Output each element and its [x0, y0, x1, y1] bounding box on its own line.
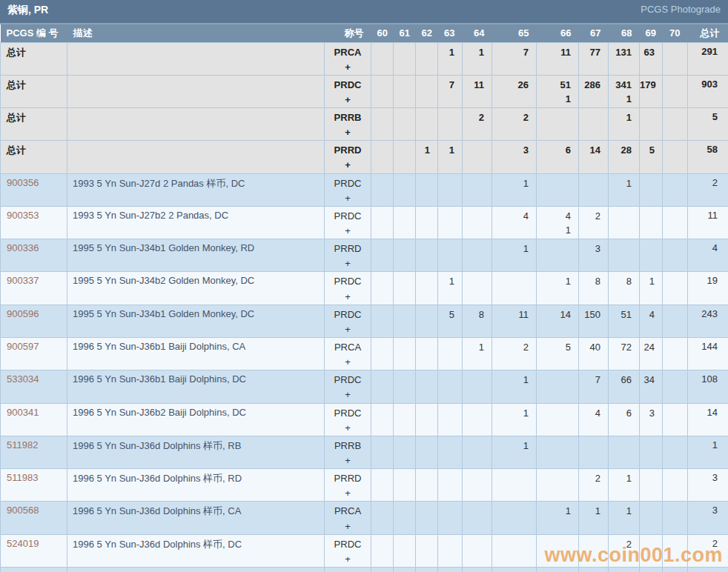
grade-count-cell — [416, 338, 438, 370]
grade-count-cell — [537, 239, 579, 272]
grade-count-cell: 286 — [579, 75, 609, 107]
grade-count-cell — [663, 403, 688, 436]
grade-count-cell: 1 — [492, 370, 537, 403]
pcgs-number-link[interactable]: 900341 — [7, 407, 39, 418]
row-total-cell: 903 — [688, 75, 728, 107]
grade-count-cell — [663, 305, 688, 337]
grade-count-cell — [394, 469, 416, 502]
pcgs-number-cell: 511983 — [1, 469, 67, 502]
pcgs-number-link[interactable]: 511983 — [7, 472, 38, 483]
grade-count-cell — [371, 370, 394, 403]
grade-count-cell: 1 — [609, 469, 640, 502]
pcgs-number-cell: 900336 — [1, 239, 67, 272]
designation-cell: PRRB + — [325, 568, 371, 572]
table-row: 9005971996 5 Yn Sun-J36b1 Baiji Dolphins… — [1, 338, 728, 370]
grade-count-cell: 131 — [609, 42, 640, 75]
grade-count-cell — [640, 239, 663, 272]
grade-count-cell — [537, 534, 579, 567]
grade-count-cell — [394, 502, 416, 534]
pcgs-number-link[interactable]: 900356 — [7, 177, 39, 188]
grade-count-cell — [663, 568, 688, 572]
total-row-label: 总计 — [1, 141, 67, 173]
designation-cell: PRCA + — [325, 42, 371, 75]
grade-count-cell: 34 — [640, 370, 663, 403]
grade-count-cell — [416, 305, 438, 337]
table-row: 9005961995 5 Yn Sun-J34b1 Golden Monkey,… — [1, 305, 728, 337]
pcgs-number-link[interactable]: 900353 — [7, 210, 39, 221]
row-total-cell: 1 — [688, 568, 728, 572]
pcgs-number-cell: 533034 — [1, 370, 67, 403]
grade-count-cell: 1 — [609, 108, 640, 141]
grade-count-cell: 7 — [438, 75, 463, 107]
grade-count-cell — [371, 75, 394, 107]
description-cell: 1996 5 Yn Sun-J36d Dolphins 样币, RD — [67, 469, 325, 502]
grade-count-cell — [640, 173, 663, 206]
grade-count-cell — [371, 173, 394, 206]
grade-count-cell: 24 — [640, 338, 663, 370]
grade-count-cell — [416, 75, 438, 107]
grade-count-cell: 1 — [609, 568, 640, 572]
grade-count-cell — [609, 206, 640, 239]
grade-count-cell: 8 — [609, 272, 640, 305]
pcgs-number-link[interactable]: 900568 — [7, 505, 39, 516]
pcgs-number-link[interactable]: 900597 — [7, 341, 39, 352]
grade-count-cell — [463, 568, 492, 572]
pcgs-number-cell: 900596 — [1, 305, 67, 337]
grade-count-cell: 6 — [537, 141, 579, 173]
designation-cell: PRDC + — [325, 305, 371, 337]
grade-count-cell: 51 — [609, 305, 640, 337]
grade-count-cell — [663, 108, 688, 141]
pcgs-number-link[interactable]: 900336 — [7, 242, 39, 253]
grade-count-cell — [663, 75, 688, 107]
grade-count-cell — [394, 239, 416, 272]
grade-count-cell — [394, 568, 416, 572]
grade-count-cell — [371, 108, 394, 141]
grade-count-cell — [537, 173, 579, 206]
pcgs-number-cell: 900356 — [1, 173, 67, 206]
description-cell: 1993 5 Yn Sun-J27b2 2 Pandas, DC — [67, 206, 325, 239]
grade-count-cell — [663, 272, 688, 305]
grade-count-cell: 1 — [492, 403, 537, 436]
designation-cell: PRCA + — [325, 338, 371, 370]
grade-count-cell: 4 1 — [537, 206, 579, 239]
grade-count-cell — [416, 239, 438, 272]
row-total-cell: 108 — [688, 370, 728, 403]
pcgs-number-link[interactable]: 533034 — [7, 373, 39, 385]
grade-count-cell — [394, 403, 416, 436]
grade-count-cell — [371, 436, 394, 468]
grade-count-cell: 72 — [609, 338, 640, 370]
pcgs-number-link[interactable]: 900337 — [7, 275, 39, 286]
pcgs-number-link[interactable]: 900596 — [7, 308, 39, 319]
description-cell — [67, 108, 325, 141]
description-cell: 1996 5 Yn Sun-J36d Dolphins 样币, RB — [67, 436, 325, 468]
pcgs-number-link[interactable]: 524019 — [7, 538, 39, 549]
grade-count-cell: 4 — [492, 206, 537, 239]
grade-count-cell — [463, 534, 492, 567]
photograde-link[interactable]: PCGS Photograde — [641, 4, 721, 15]
grade-count-cell — [416, 502, 438, 534]
table-row: 5330341996 5 Yn Sun-J36b1 Baiji Dolphins… — [1, 370, 728, 403]
grade-count-cell — [394, 173, 416, 206]
description-cell: 1996 5 Yn Sun-J36b1 Baiji Dolphins, CA — [67, 338, 325, 370]
grade-count-cell — [492, 568, 537, 572]
grade-count-cell — [463, 206, 492, 239]
grade-count-cell: 2 — [579, 469, 609, 502]
grade-count-cell — [416, 206, 438, 239]
grade-count-cell: 8 — [579, 272, 609, 305]
grade-count-cell: 5 — [640, 141, 663, 173]
row-total-cell: 1 — [688, 436, 728, 468]
grade-count-cell — [416, 534, 438, 567]
grade-header-64: 64 — [463, 24, 492, 42]
grade-count-cell: 66 — [609, 370, 640, 403]
grade-count-cell — [394, 141, 416, 173]
grade-count-cell: 2 — [579, 206, 609, 239]
table-row: 总计PRRB +2215 — [1, 108, 728, 141]
pcgs-number-link[interactable]: 511982 — [7, 439, 38, 450]
grade-header-66: 66 — [537, 24, 579, 42]
grade-count-cell — [492, 272, 537, 305]
grade-count-cell — [609, 436, 640, 468]
page-title: 紫铜, PR — [7, 4, 48, 17]
grade-header-65: 65 — [492, 24, 537, 42]
grade-count-cell — [492, 469, 537, 502]
grade-count-cell — [640, 469, 663, 502]
